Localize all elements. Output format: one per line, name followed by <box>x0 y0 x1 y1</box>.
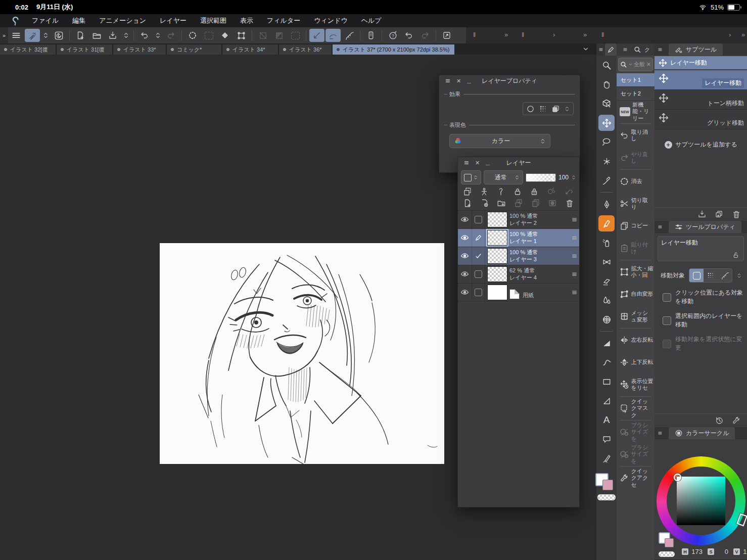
invert-selection-button[interactable] <box>255 29 270 42</box>
selection-from-layer-button[interactable] <box>271 29 287 42</box>
clip-to-layer-icon[interactable] <box>463 187 472 196</box>
opacity-slider[interactable] <box>526 173 556 182</box>
merge-down-icon[interactable] <box>531 199 540 208</box>
layer-menu-icon[interactable] <box>569 229 579 247</box>
panel-menu-icon[interactable] <box>596 46 605 53</box>
layer-row-3-selected[interactable]: 100 % 通常レイヤー 3 <box>458 247 579 265</box>
quick-item-cut[interactable]: 切り取り <box>617 193 655 215</box>
quick-item-copy[interactable]: コピー <box>617 215 655 237</box>
selection-tool[interactable] <box>598 134 615 150</box>
close-icon[interactable]: ✕ <box>475 160 480 166</box>
dock-collapse-icon[interactable]: » <box>583 31 587 38</box>
layer-row-1-selected[interactable]: 100 % 通常レイヤー 1 <box>458 229 579 247</box>
menu-item-selection[interactable]: 選択範囲 <box>200 16 226 25</box>
operate-tool[interactable] <box>598 96 615 112</box>
menu-item-animation[interactable]: アニメーション <box>99 16 146 25</box>
new-canvas-button[interactable] <box>73 29 88 42</box>
text-tool[interactable]: A <box>598 412 615 428</box>
decoration-tool[interactable] <box>598 254 615 270</box>
tool-property-tab[interactable]: ツールプロパティ <box>669 221 741 233</box>
layer-thumbnail[interactable] <box>487 212 507 227</box>
layer-thumbnail[interactable] <box>487 285 507 300</box>
subtool-tone-move[interactable]: トーン柄移動 <box>655 90 747 110</box>
target-tone-option[interactable] <box>704 269 718 282</box>
target-expand-chevron[interactable] <box>736 272 742 279</box>
pen-tool[interactable] <box>598 196 615 212</box>
menu-item-window[interactable]: ウィンドウ <box>314 16 348 25</box>
tab-illust33[interactable]: イラスト 33* <box>113 44 166 55</box>
tab-illust37-active[interactable]: イラスト 37* (2700 x 2100px 72dpi 38.5%) <box>333 44 454 55</box>
dock-handle-icon[interactable]: ‖ <box>522 31 524 38</box>
target-grid-option[interactable] <box>718 269 732 282</box>
companion-mode-button[interactable] <box>363 29 379 42</box>
tone-effect-icon[interactable] <box>539 105 547 113</box>
correction-tool[interactable] <box>598 393 615 409</box>
layer-row-paper[interactable]: 用紙 <box>458 284 579 302</box>
quick-item-redo[interactable]: やり直し <box>617 147 655 169</box>
reselect-button[interactable] <box>201 29 216 42</box>
visibility-eye-icon[interactable] <box>458 284 472 301</box>
dock-collapse-icon[interactable]: › <box>729 31 731 38</box>
clear-search-icon[interactable]: ✕ <box>646 61 651 68</box>
tab-list-chevron-icon[interactable] <box>582 45 589 53</box>
current-tool-button[interactable] <box>25 29 40 42</box>
close-icon[interactable]: ✕ <box>456 78 461 84</box>
main-menu-button[interactable] <box>9 29 24 42</box>
auto-select-tool[interactable] <box>598 153 615 169</box>
menu-item-layer[interactable]: レイヤー <box>160 16 186 25</box>
quick-item-flip-vertical[interactable]: 上下反転 <box>617 351 655 374</box>
transparent-color-swatch[interactable] <box>597 494 616 500</box>
new-layer-settings-icon[interactable] <box>480 199 489 208</box>
panel-menu-icon[interactable] <box>655 46 666 53</box>
transform-button[interactable] <box>234 29 249 42</box>
redo-secondary-button[interactable] <box>417 29 433 42</box>
subtool-layer-move-selected[interactable]: レイヤー移動 <box>655 70 747 90</box>
secondary-color-swatch[interactable] <box>665 538 674 547</box>
dock-collapse-icon[interactable]: » <box>504 31 508 38</box>
select-checkbox[interactable] <box>472 211 485 228</box>
quick-search-box[interactable]: 全般 ✕ <box>618 58 653 71</box>
set-tab-2[interactable]: セット2 <box>617 87 655 101</box>
quick-item-paste[interactable]: 貼り付け <box>617 237 655 259</box>
blend-tool[interactable] <box>598 292 615 308</box>
dock-handle-icon[interactable]: ‖ <box>601 31 604 38</box>
target-layer-option[interactable] <box>689 269 704 282</box>
clip-studio-button[interactable] <box>51 29 66 42</box>
menu-item-view[interactable]: 表示 <box>240 16 253 25</box>
quick-item-reset-display[interactable]: 表示位置をリセ <box>617 374 655 396</box>
save-options-chevron[interactable] <box>121 29 130 42</box>
marker-tool-active[interactable] <box>598 215 615 231</box>
delete-layer-icon[interactable] <box>565 199 574 208</box>
enable-mask-icon[interactable] <box>546 187 556 196</box>
eraser-tool[interactable] <box>598 273 615 289</box>
layer-menu-icon[interactable] <box>569 284 579 301</box>
menu-item-file[interactable]: ファイル <box>32 16 59 25</box>
redo-button[interactable] <box>163 29 178 42</box>
layer-color-icon[interactable] <box>551 105 560 113</box>
quick-item-scale-rotate[interactable]: 拡大・縮小・回 <box>617 261 655 283</box>
selected-check-icon[interactable] <box>472 247 485 265</box>
gradient-tool[interactable] <box>598 335 615 351</box>
set-tab-1[interactable]: セット1 <box>617 73 655 87</box>
selected-subtool-header[interactable]: レイヤー移動 <box>655 56 747 69</box>
eyedropper-tool[interactable] <box>598 172 615 189</box>
hue-handle[interactable] <box>736 514 747 527</box>
selection-border-button[interactable] <box>288 29 303 42</box>
tab-illust31[interactable]: イラスト 31[復 <box>57 44 112 55</box>
secondary-color-swatch[interactable] <box>602 480 613 490</box>
new-folder-icon[interactable] <box>497 199 506 208</box>
quick-item-new-features[interactable]: NEW新機能・リリー <box>617 101 655 123</box>
quick-item-quick-mask[interactable]: クイックマスク <box>617 397 655 419</box>
tool-switch-chevron[interactable] <box>41 29 50 42</box>
quick-item-brush-size-down[interactable]: ブラシサイズを <box>617 443 655 465</box>
select-checkbox[interactable] <box>472 284 485 301</box>
duplicate-subtool-icon[interactable] <box>715 210 724 219</box>
material-tool[interactable] <box>598 450 615 466</box>
saturation-value-square[interactable] <box>677 477 725 525</box>
layer-menu-icon[interactable] <box>569 265 579 283</box>
quick-item-mesh-transform[interactable]: メッシュ変形 <box>617 305 655 328</box>
tab-illust36[interactable]: イラスト 36* <box>279 44 332 55</box>
menu-item-filter[interactable]: フィルター <box>267 16 300 25</box>
layer-menu-icon[interactable] <box>569 247 579 265</box>
import-subtool-icon[interactable] <box>697 210 707 219</box>
